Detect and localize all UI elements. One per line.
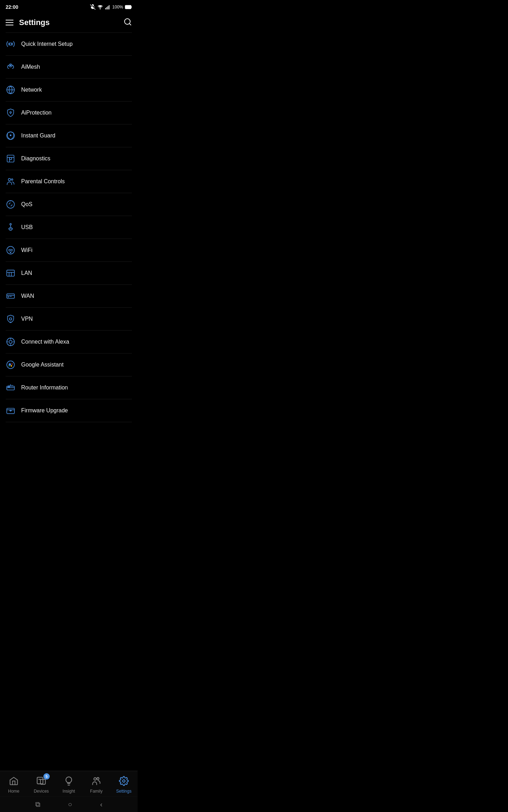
- parental-controls-label: Parental Controls: [21, 178, 65, 185]
- menu-item-diagnostics[interactable]: Diagnostics: [0, 147, 138, 170]
- aiprotection-icon: [6, 108, 16, 118]
- menu-item-google-assistant[interactable]: Google Assistant: [0, 353, 138, 376]
- insight-nav-icon: [63, 775, 74, 787]
- alexa-icon: [6, 337, 16, 347]
- wifi-label: WiFi: [21, 247, 32, 253]
- firmware-upgrade-label: Firmware Upgrade: [21, 407, 68, 414]
- vpn-icon: [6, 314, 16, 324]
- menu-item-vpn[interactable]: VPN: [0, 308, 138, 330]
- settings-nav-icon: [118, 775, 129, 787]
- svg-rect-7: [126, 6, 131, 8]
- svg-point-10: [10, 43, 12, 45]
- hamburger-menu-button[interactable]: [6, 20, 13, 25]
- wan-icon: [6, 291, 16, 301]
- svg-rect-4: [108, 6, 108, 9]
- nav-item-settings[interactable]: Settings: [113, 775, 134, 794]
- wifi-status-icon: [97, 4, 103, 10]
- svg-point-36: [8, 296, 8, 297]
- aimesh-label: AiMesh: [21, 64, 40, 70]
- menu-item-usb[interactable]: USB: [0, 216, 138, 239]
- menu-item-quick-internet-setup[interactable]: Quick Internet Setup: [0, 33, 138, 55]
- menu-item-network[interactable]: Network: [0, 79, 138, 101]
- firmware-upgrade-icon: [6, 406, 16, 416]
- network-label: Network: [21, 87, 42, 93]
- svg-point-48: [8, 387, 9, 387]
- wan-label: WAN: [21, 293, 34, 299]
- usb-label: USB: [21, 224, 33, 230]
- network-icon: [6, 85, 16, 95]
- menu-item-aiprotection[interactable]: AiProtection: [0, 102, 138, 124]
- nav-item-insight[interactable]: Insight: [58, 775, 79, 794]
- svg-point-60: [123, 780, 125, 782]
- instant-guard-icon: [6, 131, 16, 141]
- family-nav-icon: [91, 775, 102, 787]
- battery-icon: [125, 5, 132, 9]
- svg-point-42: [9, 363, 11, 366]
- svg-point-43: [11, 365, 12, 367]
- svg-point-15: [10, 112, 11, 113]
- android-recent-button[interactable]: ⧉: [35, 800, 40, 808]
- router-information-label: Router Information: [21, 385, 68, 391]
- menu-item-lan[interactable]: LAN: [0, 262, 138, 284]
- nav-item-devices[interactable]: 5 Devices: [31, 775, 52, 794]
- bottom-nav: Home 5 Devices Ins: [0, 771, 138, 812]
- svg-rect-31: [7, 270, 14, 276]
- menu-item-alexa[interactable]: Connect with Alexa: [0, 331, 138, 353]
- alexa-label: Connect with Alexa: [21, 339, 69, 345]
- quick-internet-setup-icon: [6, 39, 16, 49]
- android-back-button[interactable]: ‹: [100, 800, 103, 808]
- svg-point-1: [100, 9, 101, 9]
- svg-rect-3: [107, 7, 107, 10]
- android-home-button[interactable]: ○: [68, 800, 72, 808]
- quick-internet-setup-label: Quick Internet Setup: [21, 41, 73, 47]
- svg-point-49: [9, 387, 10, 387]
- header-left: Settings: [6, 18, 50, 27]
- status-icons: 100%: [90, 4, 132, 10]
- android-nav-bar: ⧉ ○ ‹: [0, 796, 138, 812]
- battery-text: 100%: [112, 5, 123, 10]
- menu-item-router-information[interactable]: Router Information: [0, 376, 138, 399]
- menu-item-aimesh[interactable]: AiMesh: [0, 56, 138, 78]
- svg-point-45: [12, 363, 13, 364]
- nav-item-family[interactable]: Family: [86, 775, 107, 794]
- menu-item-wifi[interactable]: WiFi: [0, 239, 138, 262]
- lan-label: LAN: [21, 270, 32, 276]
- aimesh-icon: [6, 62, 16, 72]
- parental-controls-icon: [6, 177, 16, 186]
- status-bar: 22:00 100%: [0, 0, 138, 13]
- menu-item-firmware-upgrade[interactable]: Firmware Upgrade: [0, 399, 138, 422]
- qos-label: QoS: [21, 201, 32, 208]
- bottom-nav-items: Home 5 Devices Ins: [0, 771, 138, 796]
- svg-point-58: [94, 778, 96, 780]
- mute-icon: [90, 4, 96, 10]
- status-time: 22:00: [6, 4, 18, 10]
- nav-item-home[interactable]: Home: [3, 775, 24, 794]
- page-title: Settings: [19, 18, 50, 27]
- svg-rect-19: [7, 155, 14, 162]
- svg-point-27: [10, 223, 11, 225]
- wifi-icon: [6, 245, 16, 255]
- settings-nav-label: Settings: [116, 789, 131, 794]
- svg-line-9: [129, 24, 131, 25]
- menu-item-instant-guard[interactable]: Instant Guard: [0, 124, 138, 147]
- menu-list: Quick Internet Setup AiMesh Network: [0, 32, 138, 465]
- svg-point-44: [8, 365, 10, 367]
- svg-point-12: [10, 65, 11, 66]
- svg-point-18: [10, 135, 11, 136]
- header: Settings: [0, 13, 138, 32]
- aiprotection-label: AiProtection: [21, 110, 52, 116]
- search-button[interactable]: [123, 18, 132, 27]
- svg-point-30: [10, 252, 11, 253]
- devices-badge: 5: [43, 773, 50, 780]
- diagnostics-label: Diagnostics: [21, 155, 50, 162]
- svg-point-40: [9, 340, 12, 344]
- menu-item-parental-controls[interactable]: Parental Controls: [0, 170, 138, 193]
- home-nav-icon: [8, 775, 19, 787]
- svg-point-20: [10, 158, 12, 160]
- lan-icon: [6, 268, 16, 278]
- divider: [6, 422, 132, 422]
- menu-item-qos[interactable]: QoS: [0, 193, 138, 216]
- menu-item-wan[interactable]: WAN: [0, 285, 138, 307]
- insight-nav-label: Insight: [62, 789, 75, 794]
- svg-rect-35: [7, 294, 14, 299]
